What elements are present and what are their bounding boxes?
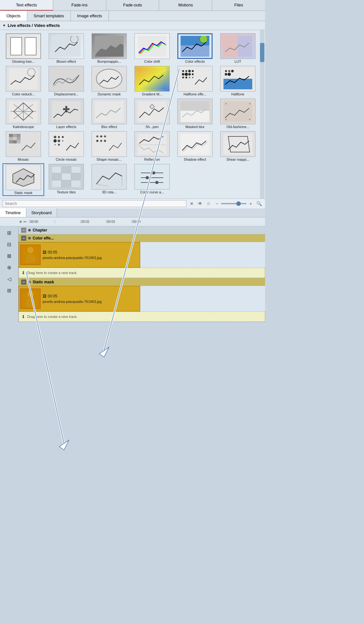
tab-objects[interactable]: Objects <box>0 11 27 21</box>
effect-staticmask[interactable]: Static mask <box>3 163 44 196</box>
effect-label: Blur effect <box>101 125 117 129</box>
effect-gradient[interactable]: Gradient M... <box>131 65 173 97</box>
search-magnify-icon[interactable]: 🔍 <box>255 200 263 207</box>
eye-icon[interactable]: 👁 <box>197 200 204 207</box>
svg-rect-0 <box>11 37 22 55</box>
effect-dynamicmask[interactable]: Dynamic mask <box>88 65 130 97</box>
timeline-tabs: Timeline Storyboard <box>0 208 265 217</box>
effect-thumb <box>6 33 41 59</box>
effect-halftone1[interactable]: Halftone effe... <box>174 65 216 97</box>
zoom-slider: − + <box>213 200 254 207</box>
effect-blur[interactable]: Blur effect <box>88 98 130 129</box>
effect-colorshift[interactable]: Color shift <box>131 33 173 64</box>
effect-layer[interactable]: Layer effects <box>45 98 87 129</box>
svg-point-23 <box>188 73 191 76</box>
effect-thumb <box>6 131 41 157</box>
track-collapse-chapter[interactable]: − <box>21 228 26 233</box>
timeline-ruler: ⌖ ✂ 00:00 00:02 00:03 00:04 <box>0 217 265 226</box>
effect-sharpen[interactable]: Sh...pen <box>131 98 173 129</box>
effect-label: Texture tiles <box>57 190 76 194</box>
effect-shear[interactable]: Shear mappi... <box>217 131 259 162</box>
effect-kaleidoscope[interactable]: Kaleidoscope <box>3 98 44 129</box>
tab-timeline[interactable]: Timeline <box>0 208 26 217</box>
effect-colorreduction[interactable]: Color reducti... <box>3 65 44 97</box>
svg-point-53 <box>225 119 227 120</box>
svg-rect-56 <box>9 134 13 137</box>
zoom-out-icon[interactable]: − <box>213 200 220 207</box>
track-dot3 <box>28 281 31 283</box>
tool-ungroup-icon[interactable]: ⊠ <box>5 251 14 260</box>
search-input[interactable] <box>3 200 186 207</box>
svg-rect-64 <box>17 140 20 143</box>
effect-label: LUT <box>235 60 241 63</box>
effect-thumb <box>177 99 213 124</box>
effect-thumb <box>134 66 170 92</box>
effect-label: Reflection <box>144 158 160 161</box>
effect-coloreffects[interactable]: Color effects <box>174 33 216 64</box>
effect-thumb <box>6 66 41 92</box>
tool-crop-icon[interactable]: ⊞ <box>5 286 14 295</box>
effect-glowing-trans[interactable]: Glowing tran... <box>3 33 44 64</box>
tab-fade-outs[interactable]: Fade-outs <box>106 0 159 11</box>
svg-point-22 <box>185 73 188 76</box>
effect-lut[interactable]: LUT <box>217 33 259 64</box>
zoom-in-icon[interactable]: + <box>247 200 254 207</box>
svg-point-52 <box>249 103 250 104</box>
tab-text-effects[interactable]: Text effects <box>0 0 53 11</box>
drag-track-coloreffects[interactable]: ⬇ Drag here to create a new track. <box>19 268 265 278</box>
effect-oldfashioned[interactable]: Old-fashione... <box>217 98 259 129</box>
effect-thumb <box>220 33 255 59</box>
tool-merge-icon[interactable]: ◁ <box>5 274 14 283</box>
effect-3drotation[interactable]: 3D rota... <box>88 163 130 196</box>
zoom-thumb[interactable] <box>236 201 241 206</box>
ruler-mark-3: 00:03 <box>106 220 132 223</box>
effect-mosaic[interactable]: Mosaic <box>3 131 44 162</box>
svg-point-68 <box>53 139 57 142</box>
effect-bumpmapping[interactable]: Bumpmappin... <box>88 33 130 64</box>
track-collapse-coloreffects[interactable]: − <box>21 236 26 241</box>
svg-rect-98 <box>95 166 124 187</box>
effect-label: Shadow effect <box>184 158 206 161</box>
drag-track-staticmask[interactable]: ⬇ Drag here to create a new track. <box>19 312 265 322</box>
tab-storyboard[interactable]: Storyboard <box>26 208 57 217</box>
effect-colorcurve[interactable]: Color curve a... <box>131 163 173 196</box>
collapse-icon[interactable]: ▼ <box>3 24 6 27</box>
effect-thumb <box>134 99 170 124</box>
track-collapse-staticmask[interactable]: − <box>21 280 26 285</box>
tab-files[interactable]: Files <box>212 0 265 11</box>
effect-thumb <box>49 131 84 157</box>
track-dot2 <box>28 237 31 239</box>
effect-displacement[interactable]: Displacement... <box>45 65 87 97</box>
effect-texturetiles[interactable]: Texture tiles <box>45 163 87 196</box>
svg-rect-97 <box>71 180 81 187</box>
scrollbar[interactable] <box>260 30 264 199</box>
effect-shapemosaic[interactable]: Shape mosaic... <box>88 131 130 162</box>
tab-smart-templates[interactable]: Smart templates <box>27 11 71 21</box>
scrollbar-thumb[interactable] <box>260 43 264 62</box>
star-icon[interactable]: ☆ <box>205 200 212 207</box>
tab-fade-ins[interactable]: Fade-ins <box>53 0 106 11</box>
effect-halftone2[interactable]: Halftone <box>217 65 259 97</box>
effect-bloom[interactable]: Bloom effect <box>45 33 87 64</box>
svg-rect-95 <box>52 180 61 187</box>
effect-maskedblur[interactable]: Masked blur <box>174 98 216 129</box>
effect-reflection[interactable]: Reflection <box>131 131 173 162</box>
effect-shadow[interactable]: Shadow effect <box>174 131 216 162</box>
tool-magnet-icon[interactable]: ⊞ <box>5 228 14 237</box>
effect-label: Static mask <box>14 191 33 195</box>
tool-split-icon[interactable]: ⊕ <box>5 263 14 272</box>
clip-staticmask[interactable]: 🖼 00:05 pexels-andrea-piacquadio-761963.… <box>19 286 140 312</box>
timeline-marker-icon[interactable]: ⌖ <box>19 219 22 225</box>
clip-coloreffects[interactable]: 🖼 00:05 pexels-andrea-piacquadio-761963.… <box>19 242 140 268</box>
effect-label: Sh...pen <box>146 125 159 129</box>
tool-group-icon[interactable]: ⊟ <box>5 240 14 249</box>
track-coloreffects-header: − Color effe... <box>19 234 265 242</box>
tab-image-effects[interactable]: Image effects <box>71 11 109 21</box>
timeline-scissors-icon[interactable]: ✂ <box>23 220 27 224</box>
effect-circlemosaic[interactable]: Circle mosaic <box>45 131 87 162</box>
svg-point-20 <box>192 70 194 72</box>
tab-motions[interactable]: Motions <box>159 0 212 11</box>
svg-rect-57 <box>13 134 17 137</box>
close-icon[interactable]: ✕ <box>188 200 195 207</box>
zoom-track[interactable] <box>221 203 247 204</box>
